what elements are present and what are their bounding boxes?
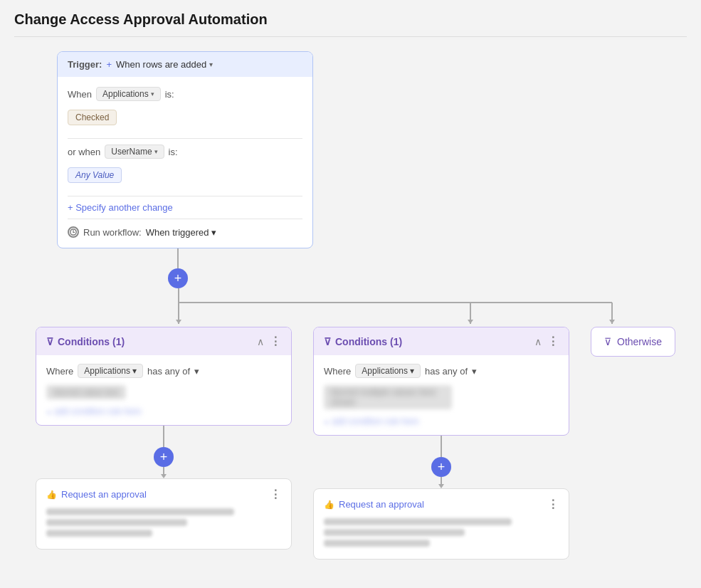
where-row-right: Where Applications ▾ has any of ▾	[324, 364, 559, 378]
request-line1-left	[46, 508, 234, 515]
svg-marker-8	[176, 320, 181, 324]
request-more-left[interactable]: ⋮	[270, 488, 281, 501]
conditions-card-right: ⊽ Conditions (1) ∧ ⋮ Where Applications	[313, 327, 569, 436]
middle-branch: ⊽ Conditions (1) ∧ ⋮ Where Applications	[313, 327, 569, 560]
is1-label: is:	[165, 89, 174, 100]
collapse-icon-left[interactable]: ∧	[257, 336, 264, 347]
add-step-left-button[interactable]: +	[154, 447, 174, 467]
request-header-left: 👍 Request an approval ⋮	[46, 488, 281, 501]
cond-link-text-right: add condition rule here	[332, 416, 418, 426]
request-header-right: 👍 Request an approval ⋮	[324, 498, 559, 511]
svg-marker-10	[609, 320, 615, 324]
when-label: When	[68, 89, 92, 100]
conditions-controls-left: ∧ ⋮	[257, 335, 281, 348]
or-when-row: or when UserName ▾ is:	[68, 145, 302, 159]
otherwise-card: ⊽ Otherwise	[591, 327, 675, 357]
conditions-title-left: ⊽ Conditions (1)	[46, 336, 125, 347]
plus-icon-left: +	[160, 450, 168, 465]
divider2	[68, 196, 302, 196]
request-title-left: 👍 Request an approval	[46, 489, 147, 500]
field2-pill[interactable]: UserName ▾	[105, 145, 164, 159]
request-more-right[interactable]: ⋮	[547, 498, 559, 511]
cond-field-right[interactable]: Applications ▾	[355, 364, 421, 378]
field1-chevron: ▾	[151, 90, 154, 98]
more-icon-right[interactable]: ⋮	[547, 335, 559, 348]
trigger-action[interactable]: When rows are added ▾	[116, 59, 213, 70]
trigger-action-text: When rows are added	[116, 59, 206, 70]
request-card-left: 👍 Request an approval ⋮	[36, 478, 292, 550]
clock-icon	[68, 226, 79, 238]
request-label-right: Request an approval	[339, 499, 424, 510]
thumb-icon-left: 👍	[46, 490, 57, 500]
run-label: Run workflow:	[83, 227, 142, 238]
thumb-icon-right: 👍	[324, 500, 334, 510]
filter-icon-left: ⊽	[46, 336, 53, 347]
request-line3-right	[324, 540, 430, 547]
trigger-chevron-icon: ▾	[209, 61, 213, 68]
plus-icon: +	[174, 271, 182, 286]
svg-marker-9	[468, 320, 473, 324]
conditions-controls-right: ∧ ⋮	[534, 335, 559, 348]
field1-pill[interactable]: Applications ▾	[96, 87, 161, 101]
trigger-header: Trigger: + When rows are added ▾	[58, 52, 312, 77]
conditions-header-right: ⊽ Conditions (1) ∧ ⋮	[314, 327, 569, 355]
cond-link-right[interactable]: add condition rule here	[324, 416, 559, 426]
cond-operator-left: has any of	[147, 366, 190, 377]
cond-link-left[interactable]: add condition rule here	[46, 406, 281, 416]
conditions-label-right: Conditions (1)	[335, 336, 402, 347]
trigger-body: When Applications ▾ is: Checked or when	[58, 77, 312, 248]
plus-icon-right: +	[438, 460, 446, 475]
value1-pill: Checked	[68, 107, 302, 132]
conditions-header-left: ⊽ Conditions (1) ∧ ⋮	[36, 327, 291, 355]
cond-field-chevron-left: ▾	[132, 366, 137, 376]
cond-field-left[interactable]: Applications ▾	[78, 364, 143, 378]
cond-field-chevron-right: ▾	[410, 366, 414, 376]
trigger-label: Trigger:	[68, 59, 102, 70]
otherwise-branch: ⊽ Otherwise	[591, 327, 675, 357]
cond-tag-left: blurred value text	[46, 385, 126, 399]
where-label-left: Where	[46, 366, 73, 377]
conditions-title-right: ⊽ Conditions (1)	[324, 336, 402, 347]
add-step-button[interactable]: +	[168, 268, 188, 288]
request-label-left: Request an approval	[61, 489, 147, 500]
otherwise-filter-icon: ⊽	[604, 336, 611, 347]
where-row-left: Where Applications ▾ has any of ▾	[46, 364, 281, 378]
branch-connectors	[36, 288, 676, 324]
trigger-add-icon: +	[106, 59, 112, 70]
collapse-icon-right[interactable]: ∧	[534, 336, 542, 347]
cond-tag-right: blurred multiple values here shown	[324, 385, 452, 409]
workflow-row: Run workflow: When triggered ▾	[68, 226, 302, 238]
divider1	[68, 138, 302, 139]
any-value-pill: Any Value	[68, 167, 122, 183]
request-line2-left	[46, 519, 187, 526]
request-line3-left	[46, 530, 152, 537]
run-value-text: When triggered	[146, 227, 209, 238]
add-step-right-button[interactable]: +	[431, 457, 451, 477]
conditions-body-right: Where Applications ▾ has any of ▾ blurre…	[314, 355, 569, 435]
cond-op-chevron-right: ▾	[472, 366, 477, 377]
specify-another-link[interactable]: + Specify another change	[68, 202, 302, 213]
conditions-body-left: Where Applications ▾ has any of ▾ blurre…	[36, 355, 291, 425]
run-chevron: ▾	[211, 227, 216, 238]
conditions-label-left: Conditions (1)	[58, 336, 125, 347]
trigger-card: Trigger: + When rows are added ▾ When Ap…	[57, 51, 313, 248]
or-when-label: or when	[68, 147, 100, 157]
request-line1-right	[324, 518, 512, 525]
request-line2-right	[324, 529, 465, 536]
cond-link-text-left: add condition rule here	[54, 406, 141, 416]
more-icon-left[interactable]: ⋮	[270, 335, 281, 348]
checked-value: Checked	[68, 110, 117, 125]
run-value[interactable]: When triggered ▾	[146, 227, 216, 238]
when-row: When Applications ▾ is:	[68, 87, 302, 101]
request-card-right: 👍 Request an approval ⋮	[313, 488, 569, 560]
specify-another-text: + Specify another change	[68, 202, 173, 213]
otherwise-label: Otherwise	[617, 336, 662, 347]
request-title-right: 👍 Request an approval	[324, 499, 424, 510]
where-label-right: Where	[324, 366, 351, 377]
cond-op-chevron-left: ▾	[194, 366, 199, 377]
filter-icon-right: ⊽	[324, 336, 331, 347]
conditions-card-left: ⊽ Conditions (1) ∧ ⋮ Where Applications	[36, 327, 292, 426]
is2-label: is:	[169, 147, 178, 157]
page-title: Change Access Approval Automation	[14, 11, 687, 37]
divider3	[68, 219, 302, 219]
